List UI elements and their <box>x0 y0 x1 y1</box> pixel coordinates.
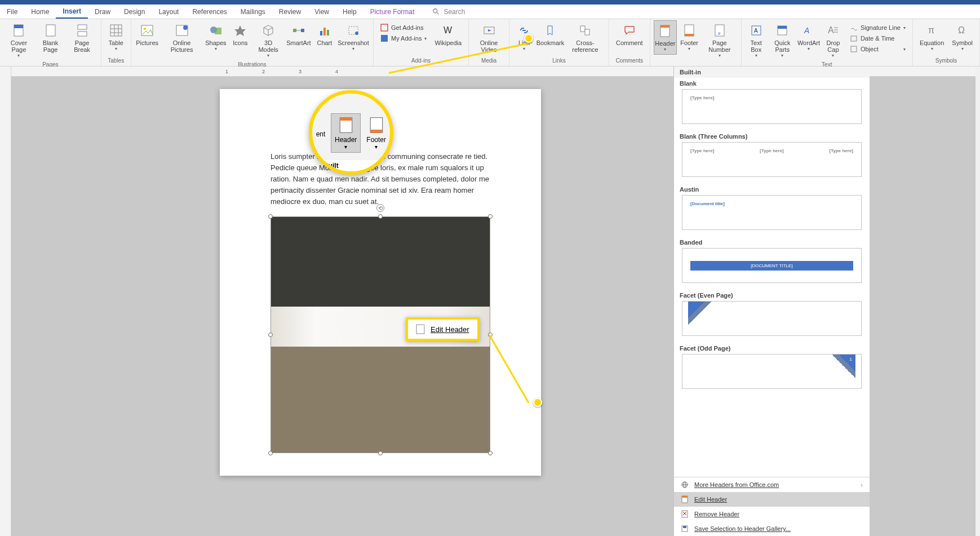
selection-handle[interactable] <box>268 333 273 337</box>
cover-page-button[interactable]: Cover Page▾ <box>3 20 34 60</box>
gallery-item-banded[interactable]: Banded [DOCUMENT TITLE] <box>674 237 870 290</box>
chart-button[interactable]: Chart <box>313 20 336 48</box>
3d-models-button[interactable]: 3D Models▾ <box>252 20 284 60</box>
selection-handle[interactable] <box>268 451 273 455</box>
zoom-header-button: Header▾ <box>331 113 361 153</box>
online-pictures-button[interactable]: Online Pictures <box>161 20 203 55</box>
pane-scroll[interactable]: Blank [Type here] Blank (Three Columns) … <box>674 78 870 477</box>
gallery-item-facet-even[interactable]: Facet (Even Page) <box>674 290 870 343</box>
equation-button[interactable]: πEquation▾ <box>916 20 947 54</box>
group-symbols: πEquation▾ ΩSymbol▾ Symbols <box>913 19 980 66</box>
caret-icon: ▾ <box>961 46 964 51</box>
tab-layout[interactable]: Layout <box>152 6 185 18</box>
svg-rect-65 <box>340 118 352 121</box>
textbox-button[interactable]: AText Box▾ <box>745 20 768 60</box>
tab-home[interactable]: Home <box>24 6 56 18</box>
tab-references[interactable]: References <box>185 6 233 18</box>
selection-handle[interactable] <box>268 214 273 219</box>
pictures-icon <box>139 23 155 38</box>
online-pictures-icon <box>174 23 190 38</box>
object-button[interactable]: Object▾ <box>846 44 909 54</box>
gallery-item-facet-odd[interactable]: Facet (Odd Page) 1 <box>674 343 870 396</box>
smartart-button[interactable]: SmartArt <box>285 20 312 48</box>
screenshot-button[interactable]: Screenshot▾ <box>337 20 370 54</box>
outer-scrollbar[interactable] <box>975 67 980 536</box>
selection-handle[interactable] <box>488 451 493 455</box>
comment-button[interactable]: Comment <box>613 20 646 48</box>
group-label-media: Media <box>481 56 496 65</box>
edit-header-action[interactable]: Edit Header <box>674 492 870 507</box>
pagenum-button[interactable]: #Page Number▾ <box>702 20 738 60</box>
symbol-button[interactable]: ΩSymbol▾ <box>948 20 976 54</box>
svg-rect-51 <box>851 46 857 52</box>
tab-file[interactable]: File <box>0 6 24 18</box>
group-media: Online Video Media <box>469 19 509 66</box>
search-box[interactable]: Search <box>432 8 465 16</box>
gallery-item-austin[interactable]: Austin [Document title] <box>674 184 870 237</box>
caret-icon: ▾ <box>903 47 906 52</box>
tab-design[interactable]: Design <box>117 6 152 18</box>
object-icon <box>850 45 858 53</box>
selection-handle[interactable] <box>378 451 383 455</box>
document-canvas: 1 2 3 4 Loris sumpter aliquot pro tree n… <box>11 67 980 536</box>
chart-icon <box>317 23 332 38</box>
rotate-handle[interactable]: ⟲ <box>376 204 384 212</box>
icons-button[interactable]: Icons <box>229 20 251 48</box>
caret-icon: ▾ <box>352 46 354 51</box>
remove-header-action[interactable]: Remove Header <box>674 507 870 521</box>
group-headerfooter: Header▾ Footer▾ #Page Number▾ <box>650 19 742 66</box>
caret-icon: ▾ <box>931 46 933 51</box>
blank-page-icon <box>43 23 59 38</box>
menu-bar: File Home Insert Draw Design Layout Refe… <box>0 5 980 19</box>
group-comments: Comment Comments <box>609 19 650 66</box>
table-button[interactable]: Table▾ <box>105 20 127 54</box>
save-gallery-action[interactable]: Save Selection to Header Gallery... <box>674 521 870 536</box>
zoom-footer-button: Footer▾ <box>363 114 389 152</box>
svg-rect-21 <box>301 29 304 32</box>
crossref-button[interactable]: Cross-reference <box>565 20 605 55</box>
pictures-button[interactable]: Pictures <box>135 20 160 48</box>
workspace: 1 2 3 4 Loris sumpter aliquot pro tree n… <box>0 67 980 536</box>
my-addins-button[interactable]: My Add-ins▾ <box>377 33 430 43</box>
shapes-button[interactable]: Shapes▾ <box>203 20 228 54</box>
svg-marker-32 <box>488 29 491 32</box>
tab-mailings[interactable]: Mailings <box>234 6 272 18</box>
gallery-item-threecol[interactable]: Blank (Three Columns) [Type here][Type h… <box>674 131 870 184</box>
svg-rect-5 <box>78 25 87 29</box>
footer-button[interactable]: Footer▾ <box>678 20 700 54</box>
bookmark-button[interactable]: Bookmark <box>536 20 564 48</box>
header-button[interactable]: Header▾ <box>654 20 677 55</box>
svg-rect-7 <box>110 25 122 36</box>
selection-handle[interactable] <box>378 214 383 219</box>
wikipedia-button[interactable]: WWikipedia <box>431 20 465 48</box>
page-break-button[interactable]: Page Break <box>66 20 97 55</box>
header-icon <box>337 116 355 134</box>
caret-icon: ▾ <box>755 53 757 58</box>
vertical-ruler <box>0 67 11 536</box>
signature-button[interactable]: Signature Line▾ <box>846 23 909 33</box>
tab-picture-format[interactable]: Picture Format <box>363 6 422 18</box>
gallery-item-blank[interactable]: Blank [Type here] <box>674 78 870 131</box>
cover-page-icon <box>11 23 26 38</box>
header-gallery-pane: Built-in Blank [Type here] Blank (Three … <box>673 67 870 536</box>
tab-insert[interactable]: Insert <box>56 5 88 19</box>
tab-view[interactable]: View <box>308 6 336 18</box>
svg-line-1 <box>437 12 439 14</box>
caret-icon: ▾ <box>664 47 666 52</box>
annotation-dot <box>524 34 533 43</box>
tab-help[interactable]: Help <box>336 6 363 18</box>
selection-handle[interactable] <box>488 214 493 219</box>
quickparts-button[interactable]: Quick Parts▾ <box>769 20 796 60</box>
svg-rect-28 <box>381 24 388 31</box>
more-headers-action[interactable]: More Headers from Office.com › <box>674 477 870 492</box>
tab-draw[interactable]: Draw <box>88 6 117 18</box>
datetime-button[interactable]: Date & Time <box>846 33 909 43</box>
blank-page-button[interactable]: Blank Page <box>36 20 65 55</box>
svg-point-13 <box>144 28 146 30</box>
tab-review[interactable]: Review <box>272 6 308 18</box>
dropcap-button[interactable]: ADrop Cap▾ <box>821 20 845 60</box>
get-addins-button[interactable]: Get Add-ins <box>377 23 430 33</box>
signature-icon <box>850 24 858 32</box>
remove-icon <box>681 510 689 518</box>
wordart-button[interactable]: AWordArt▾ <box>797 20 820 54</box>
